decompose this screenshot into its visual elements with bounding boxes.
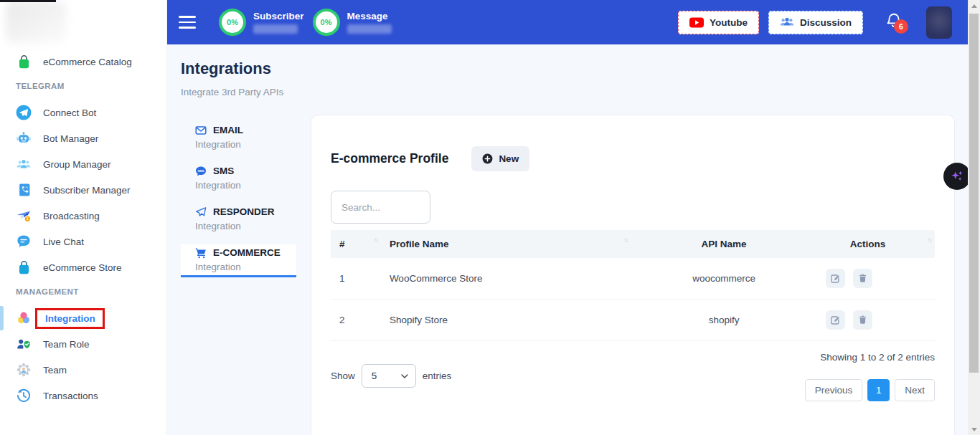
broadcast-plane-icon: 1: [15, 207, 32, 224]
sort-icon[interactable]: ↑↓: [373, 236, 377, 244]
showing-entries-info: Showing 1 to 2 of 2 entries: [805, 352, 935, 363]
previous-page-button[interactable]: Previous: [805, 379, 863, 401]
tab-sub-label: Integration: [195, 220, 296, 232]
sparkles-icon: [949, 168, 965, 184]
people-group-icon: [15, 156, 32, 173]
search-input[interactable]: [331, 191, 430, 224]
trash-icon: [857, 315, 868, 325]
notification-count-badge: 6: [894, 19, 908, 34]
discussion-button-label: Discussion: [800, 17, 852, 28]
column-header-api-name[interactable]: API Name: [631, 230, 816, 258]
user-avatar[interactable]: [926, 6, 952, 39]
sidebar: eCommerce Catalog TELEGRAM Connect Bot B…: [0, 0, 167, 435]
person-shield-icon: [15, 335, 32, 353]
api-name-cell: shopify: [631, 300, 816, 341]
plus-circle-icon: [482, 153, 493, 164]
delete-button[interactable]: [853, 310, 872, 330]
sidebar-item-ecommerce-catalog[interactable]: eCommerce Catalog: [0, 49, 166, 75]
hamburger-menu-icon[interactable]: [179, 16, 196, 29]
table-row: 1 WooCommerce Store woocommerce: [331, 258, 935, 300]
sidebar-item-integration[interactable]: Integration: [0, 305, 166, 331]
sidebar-item-label: eCommerce Store: [43, 262, 122, 273]
sidebar-item-label: Broadcasting: [43, 211, 100, 221]
sidebar-item-label: Transactions: [43, 391, 98, 401]
message-metric-label: Message: [347, 11, 392, 21]
tab-responder-integration[interactable]: RESPONDER Integration: [181, 204, 296, 234]
table-row: 2 Shopify Store shopify: [331, 300, 935, 341]
subscriber-metric-blurred-value: [253, 24, 298, 34]
subscriber-progress-value: 0%: [227, 18, 238, 27]
sidebar-item-label: Subscriber Manager: [43, 185, 131, 196]
message-progress-ring: 0%: [313, 9, 340, 36]
tab-name-label: RESPONDER: [213, 206, 275, 218]
scrollbar-down-arrow[interactable]: [968, 424, 980, 435]
delete-button[interactable]: [853, 269, 872, 288]
sidebar-item-live-chat[interactable]: Live Chat: [0, 229, 166, 254]
row-number: 1: [331, 258, 381, 300]
sidebar-item-ecommerce-store[interactable]: eCommerce Store: [0, 254, 166, 280]
new-profile-button[interactable]: New: [471, 146, 529, 171]
page-title: Integrations: [181, 59, 271, 78]
sidebar-item-label: Live Chat: [43, 236, 84, 247]
scrollbar-up-arrow[interactable]: [968, 0, 980, 11]
shopping-bag-blue-icon: [15, 259, 32, 276]
sidebar-item-subscriber-manager[interactable]: Subscriber Manager: [0, 177, 166, 203]
color-circles-icon: [15, 310, 32, 327]
active-item-indicator: [0, 306, 4, 330]
edit-pencil-icon: [829, 315, 841, 326]
column-header-number[interactable]: # ↑↓: [331, 230, 381, 258]
logo-top-line: [0, 0, 56, 2]
new-button-label: New: [499, 153, 519, 164]
tab-ecommerce-integration[interactable]: E-COMMERCE Integration: [181, 244, 296, 277]
trash-icon: [857, 273, 868, 284]
sidebar-item-team-role[interactable]: Team Role: [0, 331, 166, 357]
sidebar-item-team[interactable]: Team: [0, 357, 166, 383]
youtube-button[interactable]: Youtube: [678, 11, 759, 34]
column-header-actions[interactable]: Actions ↑↓: [817, 230, 935, 258]
sms-bubble-icon: SMS: [195, 166, 207, 177]
telegram-plane-icon: [15, 104, 32, 121]
show-label: Show: [331, 371, 355, 381]
scrollbar-thumb[interactable]: [969, 14, 979, 373]
youtube-button-label: Youtube: [710, 17, 748, 28]
notifications-button[interactable]: 6: [885, 11, 906, 33]
sidebar-item-label: Bot Manager: [43, 133, 98, 144]
next-page-button[interactable]: Next: [895, 379, 935, 401]
tab-email-integration[interactable]: EMAIL Integration: [181, 122, 296, 153]
edit-pencil-icon: [829, 273, 841, 285]
ai-assistant-button[interactable]: [943, 163, 971, 190]
column-header-profile-name[interactable]: Profile Name ↑↓: [381, 230, 631, 258]
tab-sub-label: Integration: [195, 179, 296, 191]
browser-scrollbar[interactable]: [968, 0, 980, 435]
topbar: 0% Subscriber 0% Message Youtube Discuss…: [167, 0, 968, 44]
sort-icon[interactable]: ↑↓: [623, 236, 628, 244]
tab-sub-label: Integration: [195, 138, 296, 150]
sidebar-item-connect-bot[interactable]: Connect Bot: [0, 100, 166, 125]
sidebar-item-label: Team Role: [43, 339, 90, 350]
annotation-highlight-box: Integration: [35, 308, 105, 329]
tab-sms-integration[interactable]: SMS SMS Integration: [181, 163, 296, 193]
sort-icon[interactable]: ↑↓: [928, 236, 932, 244]
sidebar-item-label: Group Manager: [43, 159, 111, 170]
profile-name-cell: Shopify Store: [381, 300, 631, 341]
page-size-select[interactable]: 5: [362, 364, 416, 388]
envelope-icon: [195, 125, 207, 136]
profile-name-cell: WooCommerce Store: [381, 258, 631, 300]
discussion-button[interactable]: Discussion: [768, 11, 863, 34]
pagination: Previous 1 Next: [805, 379, 935, 401]
page-size-value: 5: [372, 371, 377, 381]
sidebar-item-label: Team: [43, 365, 67, 376]
edit-button[interactable]: [826, 310, 845, 330]
message-metric-blurred-value: [347, 24, 392, 34]
sidebar-item-broadcasting[interactable]: 1 Broadcasting: [0, 203, 166, 229]
sidebar-item-bot-manager[interactable]: Bot Manager: [0, 125, 166, 151]
edit-button[interactable]: [826, 269, 845, 288]
sidebar-item-transactions[interactable]: Transactions: [0, 383, 166, 408]
sidebar-item-label: Connect Bot: [43, 107, 96, 118]
contact-book-phone-icon: [15, 181, 32, 199]
sidebar-item-group-manager[interactable]: Group Manager: [0, 151, 166, 177]
gear-person-icon: [15, 361, 32, 378]
tab-name-label: E-COMMERCE: [213, 247, 281, 259]
message-metric: 0% Message: [313, 9, 392, 36]
page-1-button[interactable]: 1: [867, 379, 890, 401]
